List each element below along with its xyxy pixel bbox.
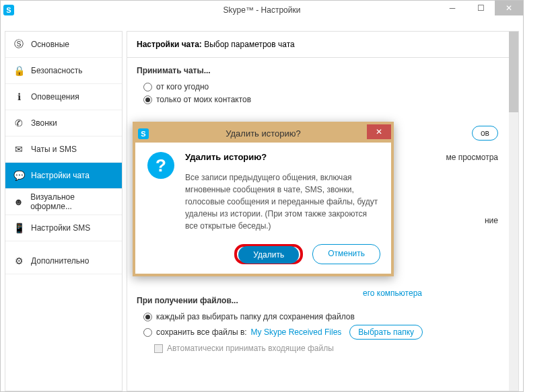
dialog-title-text: Удалить историю? [226, 128, 301, 139]
gear-icon: ⚙ [13, 256, 24, 266]
scrollbar-thumb[interactable] [509, 32, 518, 112]
sidebar-item-label: Звонки [31, 118, 57, 128]
delete-button-highlight: Удалить [234, 244, 303, 264]
chat-bubble-icon: 💬 [13, 170, 24, 181]
radio-icon [143, 83, 152, 91]
face-icon: ☻ [13, 196, 24, 207]
radio-icon [143, 95, 152, 104]
checkbox-label: Автоматически принимать входящие файлы [167, 344, 334, 353]
skype-icon: Ⓢ [13, 38, 24, 50]
radio-label: только от моих контактов [156, 95, 251, 104]
sidebar-item-chat-sms[interactable]: ✉ Чаты и SMS [5, 136, 122, 163]
scrollbar[interactable] [509, 32, 518, 391]
skype-logo-icon: S [138, 128, 149, 139]
chat-icon: ✉ [13, 144, 24, 155]
close-button[interactable]: ✕ [495, 1, 523, 15]
lock-icon: 🔒 [13, 65, 24, 76]
sidebar-item-label: Основные [31, 40, 69, 49]
sidebar-item-label: Оповещения [31, 92, 79, 102]
checkbox-icon [154, 344, 163, 353]
sidebar-item-label: Настройки SMS [31, 223, 90, 233]
question-icon: ? [147, 152, 174, 179]
sidebar-item-label: Чаты и SMS [31, 145, 77, 154]
auto-accept-checkbox-row[interactable]: Автоматически принимать входящие файлы [154, 344, 509, 353]
window-title: Skype™ - Настройки [223, 5, 301, 15]
dialog-body-text: Все записи предыдущего общения, включая … [185, 171, 379, 232]
radio-icon [143, 313, 152, 321]
sidebar-item-calls[interactable]: ✆ Звонки [5, 110, 122, 136]
titlebar: S Skype™ - Настройки ─ ☐ ✕ [1, 1, 523, 19]
sidebar-item-label: Настройки чата [31, 171, 90, 180]
fragment-text: ние [485, 216, 498, 225]
sidebar-item-label: Дополнительно [31, 256, 89, 266]
radio-accept-anyone[interactable]: от кого угодно [143, 82, 509, 91]
maximize-button[interactable]: ☐ [466, 1, 495, 15]
sidebar-item-sms-settings[interactable]: 📱 Настройки SMS [5, 215, 122, 241]
panel-header-label: Настройки чата: [137, 40, 202, 49]
delete-button[interactable]: Удалить [238, 246, 299, 264]
radio-label: каждый раз выбирать папку для сохранения… [156, 312, 355, 321]
radio-icon [143, 328, 152, 337]
sidebar-item-label: Безопасность [31, 66, 83, 75]
dialog-close-button[interactable]: ✕ [367, 124, 391, 139]
fragment-text: ов [472, 126, 498, 141]
info-icon: ℹ [13, 91, 24, 102]
save-folder-link[interactable]: My Skype Received Files [251, 327, 342, 337]
phone-icon: ✆ [13, 118, 24, 128]
panel-header-value: Выбор параметров чата [204, 40, 294, 49]
sidebar-item-general[interactable]: Ⓢ Основные [5, 32, 122, 58]
sidebar-item-appearance[interactable]: ☻ Визуальное оформле... [5, 189, 122, 215]
fragment-text: ме просмотра [446, 153, 498, 162]
radio-choose-folder[interactable]: каждый раз выбирать папку для сохранения… [143, 312, 509, 321]
sidebar-item-label: Визуальное оформле... [30, 192, 114, 211]
cancel-button[interactable]: Отменить [312, 244, 380, 264]
radio-label: сохранить все файлы в: [156, 327, 247, 337]
sidebar-item-advanced[interactable]: ⚙ Дополнительно [5, 248, 122, 274]
dialog-heading: Удалить историю? [185, 152, 379, 162]
minimize-button[interactable]: ─ [438, 1, 466, 15]
radio-label: от кого угодно [156, 82, 209, 91]
radio-save-to[interactable]: сохранить все файлы в: My Skype Received… [143, 325, 509, 340]
fragment-link[interactable]: его компьютера [363, 288, 498, 298]
delete-history-dialog: S Удалить историю? ✕ ? Удалить историю? … [133, 122, 394, 276]
accept-chats-title: Принимать чаты... [137, 66, 509, 75]
settings-sidebar: Ⓢ Основные 🔒 Безопасность ℹ Оповещения ✆… [5, 31, 123, 391]
skype-logo-icon: S [3, 5, 14, 15]
dialog-titlebar: S Удалить историю? ✕ [135, 124, 391, 143]
sidebar-item-security[interactable]: 🔒 Безопасность [5, 58, 122, 84]
choose-folder-button[interactable]: Выбрать папку [349, 325, 423, 340]
radio-accept-contacts[interactable]: только от моих контактов [143, 95, 509, 104]
sidebar-item-chat-settings[interactable]: 💬 Настройки чата [5, 163, 122, 189]
sms-icon: 📱 [13, 223, 24, 233]
panel-header: Настройки чата: Выбор параметров чата [127, 32, 518, 58]
sidebar-item-notifications[interactable]: ℹ Оповещения [5, 84, 122, 110]
